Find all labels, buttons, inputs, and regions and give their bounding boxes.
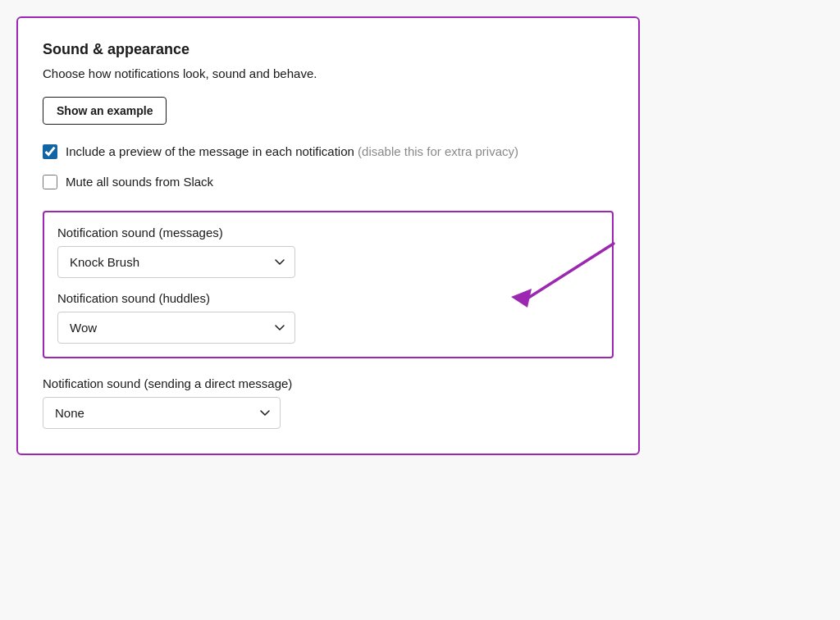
direct-message-sound-wrapper: None Knock Brush Ding Wow bbox=[43, 397, 281, 429]
messages-sound-select[interactable]: Knock Brush Ding Chime None bbox=[57, 246, 295, 278]
highlighted-notification-sounds: Notification sound (messages) Knock Brus… bbox=[43, 211, 614, 358]
messages-sound-label: Notification sound (messages) bbox=[57, 226, 599, 239]
show-example-button[interactable]: Show an example bbox=[43, 97, 167, 125]
huddles-sound-section: Notification sound (huddles) Wow Knock B… bbox=[57, 291, 599, 344]
huddles-sound-wrapper: Wow Knock Brush Ding None bbox=[57, 312, 295, 344]
direct-message-sound-label: Notification sound (sending a direct mes… bbox=[43, 376, 614, 390]
huddles-sound-select[interactable]: Wow Knock Brush Ding None bbox=[57, 312, 295, 344]
huddles-sound-label: Notification sound (huddles) bbox=[57, 291, 599, 305]
messages-sound-wrapper: Knock Brush Ding Chime None bbox=[57, 246, 295, 278]
section-title: Sound & appearance bbox=[43, 41, 614, 58]
preview-checkbox-row: Include a preview of the message in each… bbox=[43, 143, 614, 162]
preview-label-muted: (disable this for extra privacy) bbox=[358, 144, 518, 158]
section-description: Choose how notifications look, sound and… bbox=[43, 66, 614, 80]
settings-panel: Sound & appearance Choose how notificati… bbox=[16, 16, 640, 455]
messages-sound-section: Notification sound (messages) Knock Brus… bbox=[57, 226, 599, 278]
preview-label-main: Include a preview of the message in each… bbox=[66, 144, 354, 158]
mute-checkbox[interactable] bbox=[43, 175, 57, 189]
direct-message-sound-section: Notification sound (sending a direct mes… bbox=[43, 376, 614, 429]
mute-label-main: Mute all sounds from Slack bbox=[66, 175, 213, 189]
mute-checkbox-row: Mute all sounds from Slack bbox=[43, 173, 614, 192]
preview-checkbox-label[interactable]: Include a preview of the message in each… bbox=[66, 143, 518, 162]
direct-message-sound-select[interactable]: None Knock Brush Ding Wow bbox=[43, 397, 281, 429]
preview-checkbox[interactable] bbox=[43, 144, 57, 159]
mute-checkbox-label[interactable]: Mute all sounds from Slack bbox=[66, 173, 213, 192]
